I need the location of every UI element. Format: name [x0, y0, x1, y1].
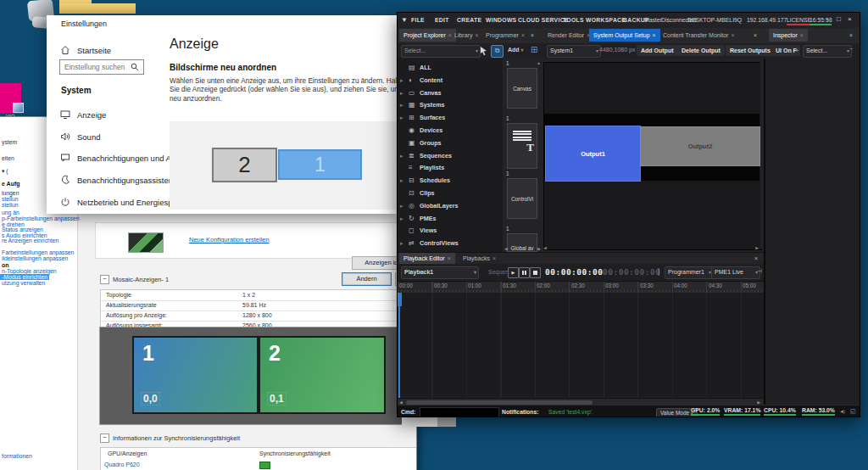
- toolbar-row: Select...▾ ⧉ Add ▾ ⊞ System1▾ 4480,1080 …: [398, 43, 860, 59]
- canvas-thumbnail[interactable]: Canvas: [507, 68, 537, 109]
- canvas-icon: ▭: [409, 87, 415, 99]
- tab-project-explorer[interactable]: Project Explorer×: [399, 29, 456, 42]
- add-dropdown[interactable]: Add ▾: [508, 47, 524, 53]
- scroll-right-icon[interactable]: ▶: [755, 245, 759, 250]
- chevron-right-icon[interactable]: ▸: [400, 75, 403, 87]
- tab-inspector[interactable]: Inspector×: [769, 29, 808, 42]
- panel-close-icon[interactable]: ×: [750, 253, 762, 264]
- controlviews-icon: ⇄: [409, 238, 415, 249]
- menu-edit[interactable]: EDIT: [435, 17, 449, 23]
- tree-item-all[interactable]: ▤ALL: [398, 62, 503, 74]
- cursor-tool-icon[interactable]: [480, 47, 487, 56]
- chevron-right-icon[interactable]: ▸: [400, 150, 403, 162]
- chevron-right-icon[interactable]: ▸: [796, 47, 798, 53]
- programmer-dropdown[interactable]: Programmer1▾: [665, 266, 714, 279]
- speaker-icon[interactable]: ◄): [839, 409, 844, 414]
- chevron-right-icon[interactable]: ▸: [400, 99, 403, 111]
- output-setup-canvas[interactable]: Output1 Output2 ◀ ▶: [542, 59, 764, 252]
- chevron-right-icon[interactable]: ▸: [400, 175, 403, 187]
- play-button[interactable]: ▶: [508, 267, 519, 278]
- tree-item-views[interactable]: ◻Views: [398, 225, 503, 237]
- close-icon[interactable]: ×: [475, 32, 478, 38]
- tab-programmer[interactable]: Programmer×: [481, 29, 529, 42]
- playback-select-dropdown[interactable]: Playback1▾: [401, 266, 479, 279]
- close-icon[interactable]: ×: [521, 32, 525, 38]
- tree-item-schedules[interactable]: ▸⊟Schedules: [398, 175, 503, 187]
- controlview-thumbnail[interactable]: ControlVi: [507, 178, 537, 219]
- close-icon[interactable]: ×: [448, 255, 451, 261]
- scrollbar-thumb[interactable]: [406, 400, 593, 405]
- close-icon[interactable]: ×: [731, 32, 734, 38]
- menu-create[interactable]: CREATE: [457, 17, 481, 23]
- output2-rect[interactable]: Output2: [640, 126, 760, 166]
- playhead-handle[interactable]: [398, 293, 402, 306]
- tab-content-transfer-monitor[interactable]: Content Transfer Monitor×: [659, 29, 739, 42]
- tab-library[interactable]: Library×: [450, 29, 483, 42]
- maximize-button[interactable]: □: [837, 15, 841, 23]
- scroll-left-icon[interactable]: ◀: [543, 245, 547, 250]
- add-output-button[interactable]: Add Output: [637, 45, 678, 56]
- system-select-dropdown[interactable]: System1▾: [547, 45, 601, 58]
- scroll-left-icon[interactable]: ◀: [504, 246, 508, 251]
- chevron-right-icon[interactable]: ▸: [400, 213, 403, 225]
- tree-item-systems[interactable]: ▸▦Systems: [398, 99, 503, 111]
- inspector-select-dropdown[interactable]: Select...▾: [803, 45, 852, 58]
- tree-item-devices[interactable]: ◉Devices: [398, 125, 503, 137]
- panel-close-icon[interactable]: ×: [845, 29, 857, 42]
- tree-item-clips[interactable]: ⊡Clips: [398, 187, 503, 199]
- timeline-ruler[interactable]: 00:00 00:30 01:00 01:30 02:00 02:30 03:0…: [398, 281, 764, 294]
- global-thumbnail[interactable]: Global av: [507, 233, 537, 252]
- close-icon[interactable]: ×: [653, 32, 656, 38]
- license-button[interactable]: LICENSE: [787, 17, 811, 25]
- text-layer-thumbnail[interactable]: T: [507, 123, 537, 169]
- cmd-input[interactable]: [420, 407, 499, 417]
- delete-output-button[interactable]: Delete Output: [677, 45, 725, 56]
- menu-cloud-service[interactable]: CLOUD SERVICE: [518, 17, 569, 23]
- tree-item-content[interactable]: ▸◐Content: [398, 75, 503, 87]
- chevron-down-icon: ▾: [521, 48, 524, 53]
- tab-playback-editor[interactable]: Playback Editor×: [399, 253, 455, 264]
- chevron-right-icon[interactable]: ▸: [400, 200, 403, 212]
- pin-icon[interactable]: −: [849, 46, 853, 52]
- chevron-right-icon[interactable]: ▸: [400, 112, 403, 124]
- close-button[interactable]: ×: [848, 15, 852, 23]
- chevron-right-icon[interactable]: ▸: [400, 87, 403, 99]
- close-icon[interactable]: ×: [800, 32, 804, 38]
- pause-button[interactable]: [519, 267, 530, 278]
- close-icon[interactable]: ×: [492, 255, 496, 261]
- panel-close-icon[interactable]: ×: [526, 29, 538, 42]
- tree-item-controlviews[interactable]: ▸⇄ControlViews: [398, 238, 503, 249]
- tab-system-output-setup[interactable]: System Output Setup×: [589, 29, 660, 42]
- menu-file[interactable]: FILE: [411, 17, 425, 23]
- reset-outputs-button[interactable]: Reset Outputs: [726, 45, 775, 56]
- explorer-select-dropdown[interactable]: Select...▾: [401, 45, 481, 58]
- scroll-right-icon[interactable]: ▶: [537, 246, 541, 251]
- tree-item-groups[interactable]: ▣Groups: [398, 137, 503, 149]
- pme-live-dropdown[interactable]: PME1 Live▾: [711, 266, 760, 279]
- tree-item-globallayers[interactable]: ▸◎GlobalLayers: [398, 200, 503, 212]
- tab-render-editor[interactable]: Render Editor×: [543, 29, 594, 42]
- stop-button[interactable]: [530, 267, 541, 278]
- scroll-up-icon[interactable]: ▲: [537, 60, 541, 65]
- tab-playbacks[interactable]: Playbacks×: [459, 253, 500, 264]
- snap-toggle-icon[interactable]: ⧉: [491, 45, 504, 58]
- menu-tools[interactable]: TOOLS: [563, 17, 584, 23]
- tree-item-label: ALL: [420, 62, 431, 74]
- dock-icon[interactable]: ⊣: [757, 268, 762, 275]
- output1-rect[interactable]: Output1: [545, 126, 641, 182]
- chevron-right-icon[interactable]: ▸: [400, 238, 403, 249]
- tree-item-sequences[interactable]: ▸≣Sequences: [398, 150, 503, 162]
- tree-item-canvas[interactable]: ▸▭Canvas: [398, 87, 503, 99]
- timeline-track-area[interactable]: [398, 293, 764, 398]
- tree-item-playlists[interactable]: ≡Playlists: [398, 162, 503, 174]
- tree-item-pmes[interactable]: ▸↻PMEs: [398, 213, 503, 225]
- grid-view-icon[interactable]: ⊞: [531, 45, 537, 54]
- resize-grip-icon[interactable]: ◱: [850, 408, 856, 415]
- menu-windows[interactable]: WINDOWS: [486, 17, 516, 23]
- clips-icon: ⊡: [409, 187, 415, 199]
- panel-close-icon[interactable]: ×: [749, 29, 761, 42]
- menu-workspace[interactable]: WORKSPACE: [586, 17, 626, 23]
- minimize-button[interactable]: –: [826, 15, 830, 23]
- playhead[interactable]: [398, 293, 400, 398]
- tree-item-surfaces[interactable]: ▸⊞Surfaces: [398, 112, 503, 124]
